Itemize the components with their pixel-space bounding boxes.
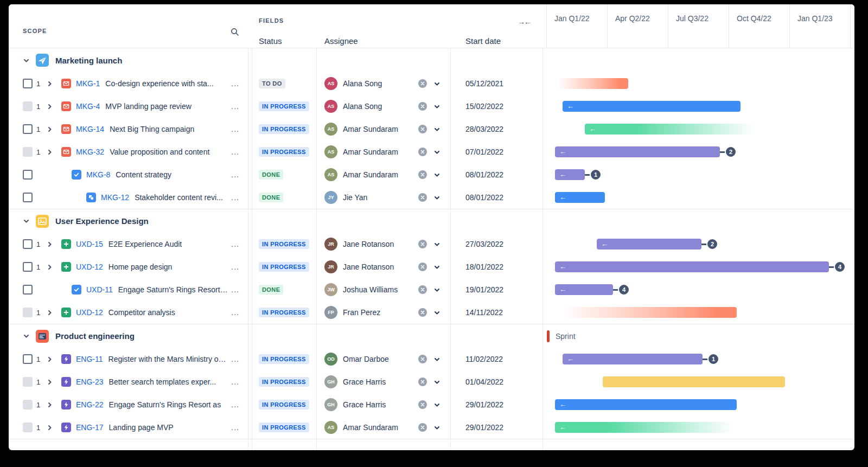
- issue-key[interactable]: ENG-23: [76, 378, 104, 386]
- row-checkbox[interactable]: [23, 239, 33, 249]
- issue-key[interactable]: ENG-11: [76, 355, 103, 363]
- issue-key[interactable]: MKG-4: [76, 102, 100, 111]
- issue-key[interactable]: MKG-14: [76, 125, 104, 133]
- gantt-bar[interactable]: ←: [555, 399, 737, 410]
- more-menu-icon[interactable]: ...: [231, 240, 239, 248]
- gantt-bar[interactable]: ←: [555, 192, 605, 203]
- table-row[interactable]: 1UXD-12Competitor analysis...IN PROGRESS…: [9, 301, 854, 324]
- table-row[interactable]: 1MKG-32Value proposition and content...I…: [9, 140, 854, 163]
- table-row[interactable]: 1MKG-14Next Big Thing campaign...IN PROG…: [9, 118, 854, 140]
- chevron-down-icon[interactable]: [433, 424, 441, 431]
- start-date-cell[interactable]: 15/02/2022: [450, 95, 542, 118]
- more-menu-icon[interactable]: ...: [231, 79, 239, 88]
- status-badge[interactable]: IN PROGRESS: [259, 101, 309, 111]
- chevron-right-icon[interactable]: [46, 309, 55, 316]
- chevron-right-icon[interactable]: [46, 126, 55, 133]
- remove-assignee-icon[interactable]: [418, 355, 427, 363]
- row-checkbox[interactable]: [23, 193, 33, 202]
- start-date-cell[interactable]: 18/01/2022: [450, 255, 542, 278]
- status-badge[interactable]: IN PROGRESS: [259, 308, 309, 317]
- row-checkbox[interactable]: [23, 354, 33, 364]
- gantt-bar[interactable]: ←: [555, 422, 733, 433]
- start-date-cell[interactable]: 07/01/2022: [450, 140, 542, 163]
- chevron-right-icon[interactable]: [46, 149, 55, 156]
- chevron-right-icon[interactable]: [46, 103, 55, 110]
- row-checkbox[interactable]: [23, 101, 33, 111]
- issue-key[interactable]: UXD-11: [86, 285, 113, 294]
- status-badge[interactable]: DONE: [259, 170, 283, 180]
- status-badge[interactable]: IN PROGRESS: [259, 124, 309, 134]
- dependency-badge[interactable]: 2: [725, 146, 737, 158]
- remove-assignee-icon[interactable]: [418, 400, 427, 409]
- dependency-badge[interactable]: 2: [706, 238, 718, 250]
- more-menu-icon[interactable]: ...: [231, 148, 239, 156]
- status-badge[interactable]: IN PROGRESS: [259, 377, 309, 387]
- row-checkbox[interactable]: [23, 124, 33, 134]
- status-badge[interactable]: IN PROGRESS: [259, 354, 309, 364]
- row-checkbox[interactable]: [23, 147, 33, 157]
- remove-assignee-icon[interactable]: [418, 378, 427, 386]
- chevron-down-icon[interactable]: [433, 286, 441, 293]
- chevron-right-icon[interactable]: [46, 401, 55, 408]
- table-row[interactable]: 1UXD-15E2E Experience Audit...IN PROGRES…: [9, 233, 854, 255]
- dependency-badge[interactable]: 4: [618, 284, 630, 296]
- chevron-down-icon[interactable]: [433, 379, 441, 386]
- start-date-cell[interactable]: 27/03/2022: [450, 233, 542, 255]
- gantt-bar[interactable]: [558, 78, 628, 89]
- status-badge[interactable]: TO DO: [259, 79, 285, 88]
- row-checkbox[interactable]: [23, 262, 33, 272]
- search-icon[interactable]: [231, 28, 239, 39]
- start-date-cell[interactable]: 14/11/2022: [450, 301, 542, 324]
- issue-key[interactable]: ENG-22: [76, 400, 104, 409]
- remove-assignee-icon[interactable]: [418, 148, 427, 156]
- more-menu-icon[interactable]: ...: [231, 355, 239, 363]
- more-menu-icon[interactable]: ...: [231, 378, 239, 386]
- more-menu-icon[interactable]: ...: [231, 423, 239, 432]
- chevron-down-icon[interactable]: [433, 126, 441, 133]
- remove-assignee-icon[interactable]: [418, 285, 427, 294]
- dependency-badge[interactable]: 4: [834, 261, 846, 273]
- start-date-cell[interactable]: 19/01/2022: [450, 278, 542, 301]
- table-row[interactable]: 1ENG-23Better search templates exper....…: [9, 370, 854, 393]
- table-row[interactable]: MKG-12Stakeholder content revi......DONE…: [9, 186, 854, 209]
- status-badge[interactable]: IN PROGRESS: [259, 262, 309, 272]
- issue-key[interactable]: UXD-12: [76, 263, 103, 271]
- more-menu-icon[interactable]: ...: [231, 193, 239, 202]
- start-date-cell[interactable]: 28/03/2022: [450, 118, 542, 140]
- start-date-cell[interactable]: 29/01/2022: [450, 416, 542, 439]
- status-badge[interactable]: IN PROGRESS: [259, 400, 309, 410]
- gantt-bar[interactable]: ←: [597, 239, 701, 250]
- gantt-bar[interactable]: ←: [585, 124, 754, 135]
- chevron-down-icon[interactable]: [23, 332, 30, 340]
- remove-assignee-icon[interactable]: [418, 102, 427, 111]
- status-badge[interactable]: DONE: [259, 285, 283, 295]
- chevron-down-icon[interactable]: [433, 356, 441, 363]
- table-row[interactable]: UXD-11Engage Saturn's Rings Resort a....…: [9, 278, 854, 301]
- status-badge[interactable]: IN PROGRESS: [259, 239, 309, 249]
- chevron-down-icon[interactable]: [23, 217, 30, 225]
- chevron-down-icon[interactable]: [433, 401, 441, 408]
- more-menu-icon[interactable]: ...: [231, 400, 239, 409]
- start-date-cell[interactable]: 08/01/2022: [450, 186, 542, 209]
- issue-key[interactable]: UXD-12: [76, 308, 103, 317]
- row-checkbox[interactable]: [23, 308, 33, 317]
- issue-key[interactable]: ENG-17: [76, 423, 104, 432]
- issue-key[interactable]: UXD-15: [76, 240, 103, 248]
- chevron-down-icon[interactable]: [433, 80, 441, 87]
- remove-assignee-icon[interactable]: [418, 423, 427, 432]
- chevron-down-icon[interactable]: [433, 171, 441, 178]
- chevron-down-icon[interactable]: [433, 149, 441, 156]
- row-checkbox[interactable]: [23, 285, 33, 295]
- gantt-bar[interactable]: ←: [563, 101, 741, 112]
- table-row[interactable]: 1ENG-17Landing page MVP...IN PROGRESSASA…: [9, 416, 854, 439]
- issue-key[interactable]: MKG-8: [86, 170, 110, 179]
- start-date-cell[interactable]: 05/12/2021: [450, 72, 542, 95]
- remove-assignee-icon[interactable]: [418, 263, 427, 271]
- more-menu-icon[interactable]: ...: [231, 125, 239, 133]
- more-menu-icon[interactable]: ...: [231, 170, 239, 179]
- more-menu-icon[interactable]: ...: [231, 263, 239, 271]
- gantt-bar[interactable]: ←: [555, 169, 585, 180]
- chevron-down-icon[interactable]: [23, 57, 30, 64]
- chevron-down-icon[interactable]: [433, 264, 441, 271]
- chevron-right-icon[interactable]: [46, 241, 55, 248]
